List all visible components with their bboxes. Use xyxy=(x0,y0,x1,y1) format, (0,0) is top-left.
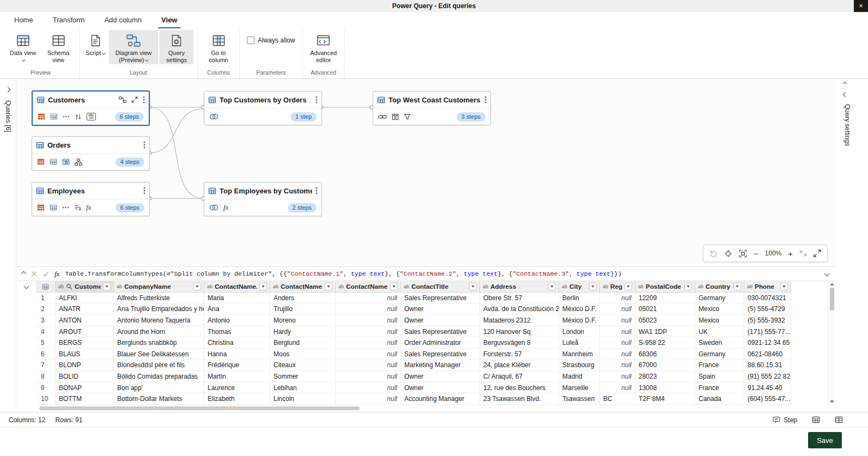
table-cell[interactable]: null xyxy=(336,337,401,348)
table-cell[interactable]: BC xyxy=(600,393,635,404)
table-cell[interactable]: Strasbourg xyxy=(559,360,600,371)
close-button[interactable]: × xyxy=(854,0,868,12)
horizontal-scrollbar[interactable] xyxy=(16,405,835,412)
table-cell[interactable]: null xyxy=(336,304,401,315)
horizontal-scrollbar-thumb[interactable] xyxy=(39,406,360,410)
query-node-customers[interactable]: CustomersABC1236 steps xyxy=(32,90,150,126)
filter-dropdown-icon[interactable] xyxy=(733,283,741,290)
table-cell[interactable]: BOTTM xyxy=(56,393,114,404)
table-cell[interactable]: Accounting Manager xyxy=(401,393,480,404)
table-cell[interactable]: Mataderos 2312 xyxy=(480,315,559,326)
column-header-address[interactable]: abAddress xyxy=(480,281,559,292)
ribbon-button-schema-view[interactable]: Schema view xyxy=(41,30,75,64)
table-cell[interactable]: Trujillo xyxy=(270,304,336,315)
table-cell[interactable]: Ana Trujillo Emparedados y hel... xyxy=(114,304,204,315)
table-cell[interactable]: (5) 555-3932 xyxy=(744,315,791,326)
table-cell[interactable]: null xyxy=(600,349,635,360)
expand-icon[interactable] xyxy=(131,96,138,103)
table-cell[interactable]: Antonio xyxy=(204,315,270,326)
table-cell[interactable]: Lebihan xyxy=(270,382,336,393)
table-cell[interactable]: 030-0074321 xyxy=(744,293,791,303)
data-view-toggle-icon[interactable] xyxy=(812,416,820,424)
expand-queries-icon[interactable] xyxy=(5,87,11,93)
column-header-contactname-2[interactable]: abContactName.2 xyxy=(270,281,336,292)
table-cell[interactable]: null xyxy=(600,315,635,326)
table-cell[interactable]: Obere Str. 57 xyxy=(480,293,559,303)
steps-badge[interactable]: 6 steps xyxy=(116,203,144,212)
kebab-icon[interactable] xyxy=(315,187,318,194)
tab-home[interactable]: Home xyxy=(11,12,37,28)
table-cell[interactable]: Around the Horn xyxy=(114,326,204,337)
zoom-out-button[interactable]: − xyxy=(754,249,758,258)
table-cell[interactable]: BOLID xyxy=(56,371,114,382)
fit-to-screen-icon[interactable] xyxy=(739,250,747,258)
table-cell[interactable]: AROUT xyxy=(56,326,114,337)
kebab-icon[interactable] xyxy=(143,187,145,194)
kebab-icon[interactable] xyxy=(143,96,145,104)
filter-dropdown-icon[interactable] xyxy=(624,283,632,290)
table-cell[interactable]: null xyxy=(600,382,635,393)
table-cell[interactable]: Maria xyxy=(204,293,270,303)
filter-dropdown-icon[interactable] xyxy=(390,283,398,290)
scroll-top-icon[interactable] xyxy=(843,82,847,86)
table-cell[interactable]: Moos xyxy=(270,349,336,360)
table-cell[interactable]: France xyxy=(695,360,744,371)
table-cell[interactable]: Hanna xyxy=(204,349,270,360)
table-cell[interactable]: Ana xyxy=(204,304,270,315)
column-header-region[interactable]: abRegion xyxy=(600,281,635,292)
filter-dropdown-icon[interactable] xyxy=(589,283,597,290)
ribbon-button-script[interactable]: Script xyxy=(83,30,107,58)
table-cell[interactable]: Alfreds Futterkiste xyxy=(114,293,204,303)
table-cell[interactable]: UK xyxy=(695,326,744,337)
table-cell[interactable]: null xyxy=(336,315,401,326)
table-cell[interactable]: Mexico xyxy=(695,315,744,326)
table-cell[interactable]: Elizabeth xyxy=(204,393,270,404)
table-cell[interactable]: Citeaux xyxy=(270,360,336,371)
table-cell[interactable]: null xyxy=(336,326,401,337)
table-cell[interactable]: Blondesddsl père et fils xyxy=(114,360,204,371)
kebab-icon[interactable] xyxy=(315,96,318,104)
table-cell[interactable]: null xyxy=(336,349,401,360)
table-cell[interactable]: null xyxy=(600,360,635,371)
table-cell[interactable]: Owner xyxy=(401,382,480,393)
table-cell[interactable]: BONAP xyxy=(56,382,114,393)
table-cell[interactable]: 05023 xyxy=(635,315,695,326)
table-cell[interactable]: Avda. de la Constitución 22... xyxy=(480,304,559,315)
table-cell[interactable]: France xyxy=(695,382,744,393)
collapse-formula-icon[interactable] xyxy=(21,271,27,277)
table-cell[interactable]: null xyxy=(336,382,401,393)
column-header-companyname[interactable]: abCompanyName xyxy=(114,281,204,292)
column-header-postalcode[interactable]: abPostalCode xyxy=(635,281,695,292)
reset-view-icon[interactable] xyxy=(709,250,718,258)
table-cell[interactable]: Martín xyxy=(204,371,270,382)
table-cell[interactable]: Laurence xyxy=(204,382,270,393)
zoom-in-button[interactable]: + xyxy=(788,249,793,258)
table-cell[interactable]: Berguvsvägen 8 xyxy=(480,337,559,348)
table-cell[interactable]: null xyxy=(336,360,401,371)
table-cell[interactable]: null xyxy=(336,371,401,382)
column-header-contacttitle[interactable]: abContactTitle xyxy=(401,281,480,292)
diagram-canvas[interactable]: CustomersABC1236 stepsOrders4 stepsEmplo… xyxy=(16,79,835,267)
table-cell[interactable]: 12209 xyxy=(635,293,695,303)
filter-dropdown-icon[interactable] xyxy=(325,283,332,290)
table-cell[interactable]: Marketing Manager xyxy=(401,360,480,371)
expand-formula-bar-icon[interactable] xyxy=(23,284,29,289)
table-cell[interactable]: (171) 555-77... xyxy=(744,326,791,337)
table-cell[interactable]: Mannheim xyxy=(559,349,600,360)
table-cell[interactable]: London xyxy=(559,326,600,337)
table-cell[interactable]: Tsawassen xyxy=(559,393,600,404)
table-cell[interactable]: 24, place Kléber xyxy=(480,360,559,371)
filter-dropdown-icon[interactable] xyxy=(259,283,267,290)
table-cell[interactable]: 28023 xyxy=(635,371,695,382)
tab-view[interactable]: View xyxy=(158,12,180,28)
ribbon-button-query-settings[interactable]: Query settings xyxy=(160,30,193,64)
table-cell[interactable]: Berlin xyxy=(559,293,600,303)
scroll-down-icon[interactable] xyxy=(830,400,834,403)
table-cell[interactable]: Thomas xyxy=(204,326,270,337)
table-cell[interactable]: 23 Tsawassen Blvd. xyxy=(480,393,559,404)
table-cell[interactable]: BLAUS xyxy=(56,349,114,360)
vertical-scrollbar[interactable] xyxy=(828,281,835,405)
table-cell[interactable]: ANATR xyxy=(56,304,114,315)
steps-badge[interactable]: 1 step xyxy=(290,112,317,121)
ribbon-button-data-view[interactable]: Data view xyxy=(6,30,40,64)
